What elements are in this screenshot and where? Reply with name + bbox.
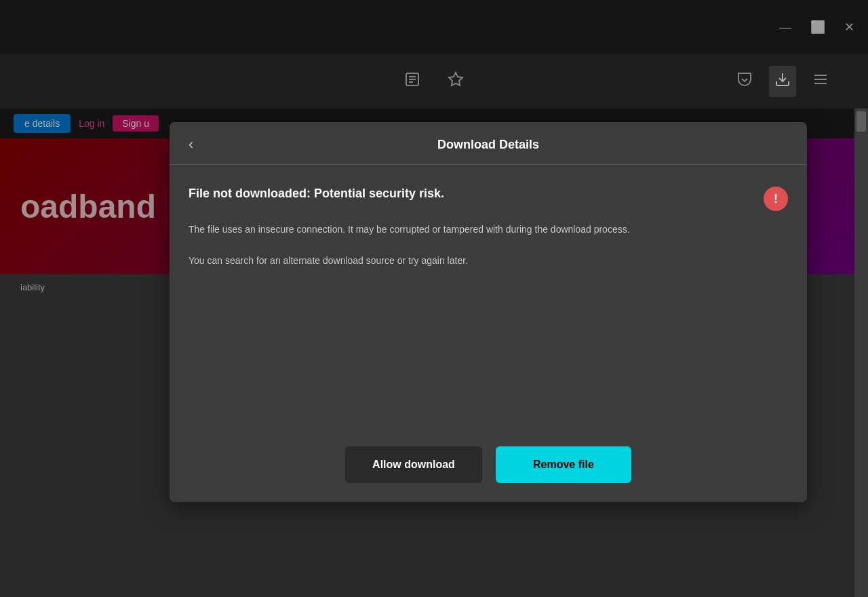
back-button[interactable]: ‹ [189,136,193,153]
security-warning-row: File not downloaded: Potential security … [189,187,788,211]
panel-header: ‹ Download Details [170,122,807,165]
panel-title: Download Details [437,138,539,152]
warning-icon: ! [764,187,788,211]
alt-source-text: You can search for an alternate download… [189,253,788,268]
allow-download-button[interactable]: Allow download [345,446,482,483]
panel-buttons: Allow download Remove file [170,436,807,502]
remove-file-button[interactable]: Remove file [496,446,631,483]
panel-content: File not downloaded: Potential security … [170,165,807,436]
download-panel: ‹ Download Details File not downloaded: … [170,122,807,502]
warning-title: File not downloaded: Potential security … [189,187,753,201]
warning-description: The file uses an insecure connection. It… [189,222,788,237]
